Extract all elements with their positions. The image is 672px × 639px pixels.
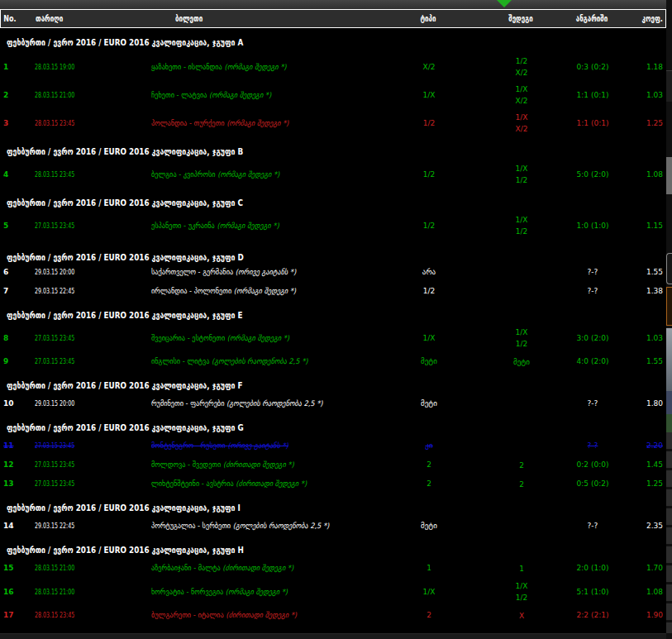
bet-type: (ორმაგი შედეგი *): [209, 91, 271, 99]
final-score: 0:3 (0:2): [568, 62, 617, 73]
bet-row: 228.03.15 21:00ჩეხეთი - ლატვია (ორმაგი შ…: [0, 81, 666, 109]
match-teams: ესპანეთი - უკრაინა: [151, 222, 215, 230]
section-title: ფეხბურთი / ევრო 2016 / EURO 2016 კვალიფი…: [7, 147, 587, 156]
result-line: 1: [475, 563, 568, 575]
bet-row: 1029.03.15 20:00რუმინეთი - ფარერები (გოლ…: [0, 394, 666, 413]
coefficient: 1.03: [617, 333, 666, 344]
tournament-section: ფეხბურთი / ევრო 2016 / EURO 2016 კვალიფი…: [0, 147, 666, 188]
bet-pick: 1/2: [383, 118, 475, 129]
tournament-section: ფეხბურთი / ევრო 2016 / EURO 2016 კვალიფი…: [0, 381, 666, 413]
final-score: 4:0 (2:0): [568, 356, 617, 367]
bet-row: 629.03.15 20:00საქართველო - გერმანია (ორ…: [0, 263, 666, 282]
match-teams: მონტენეგრო - რუსეთი: [151, 441, 226, 450]
row-number: 11: [0, 441, 35, 451]
match-result: 1/2X/2: [475, 55, 568, 79]
match-date: 28.03.15 23:45: [35, 169, 117, 180]
bet-row: 827.03.15 23:45შვეიცარია - ესტონეთი (ორმ…: [0, 324, 666, 352]
result-line: X/2: [475, 95, 568, 107]
match-date: 29.03.15 22:45: [35, 521, 117, 532]
bet-row: 128.03.15 19:00ყაზახეთი - ისლანდია (ორმა…: [0, 53, 666, 81]
result-line: 1/X: [475, 214, 568, 226]
top-bar: [0, 0, 666, 9]
bet-pick: 1/X: [383, 587, 475, 598]
row-number: 17: [0, 610, 35, 621]
ticket-cell: რუმინეთი - ფარერები (გოლების რაოდენობა 2…: [151, 398, 365, 409]
tournament-section: ფეხბურთი / ევრო 2016 / EURO 2016 კვალიფი…: [0, 503, 666, 536]
match-date: 28.03.15 19:00: [35, 62, 117, 73]
bottom-bar: [0, 633, 672, 639]
ticket-cell: შვეიცარია - ესტონეთი (ორმაგი შედეგი *): [151, 333, 365, 344]
result-line: 1/2: [475, 226, 568, 237]
coefficient: 1.90: [617, 610, 666, 621]
ticket-cell: ესპანეთი - უკრაინა (ორმაგი შედეგი *): [151, 221, 365, 231]
match-result: 2: [475, 460, 568, 471]
coefficient: 1.25: [617, 118, 666, 129]
bet-type: (ორმაგი შედეგი *): [217, 170, 279, 179]
bet-type: (ორივე გაიტანს *): [227, 441, 288, 450]
match-result: 1/X1/2: [475, 214, 568, 237]
section-title: ფეხბურთი / ევრო 2016 / EURO 2016 კვალიფი…: [7, 423, 587, 432]
coefficient: 1.55: [617, 356, 666, 367]
bet-row: 1628.03.15 21:00ხორვატია - ნორვეგია (ორმ…: [0, 578, 666, 606]
bet-type: (ორმაგი შედეგი *): [224, 63, 286, 71]
match-result: 1/X1/2: [475, 163, 568, 186]
bet-pick: 1/2: [383, 221, 475, 231]
ticket-cell: ყაზახეთი - ისლანდია (ორმაგი შედეგი *): [151, 62, 365, 73]
green-down-arrow-icon[interactable]: [497, 0, 512, 7]
tournament-section: ფეხბურთი / ევრო 2016 / EURO 2016 კვალიფი…: [0, 38, 666, 137]
ticket-cell: ინგლისი - ლიტვა (გოლების რაოდენობა 2,5 *…: [151, 356, 365, 367]
bet-type: (ძირითადი შედეგი *): [236, 479, 307, 488]
bet-pick: 2: [383, 610, 475, 621]
coefficient: 1.15: [617, 221, 666, 231]
bet-type: (ორმაგი შედეგი *): [234, 287, 296, 295]
bet-type: (ორმაგი შედეგი *): [227, 334, 289, 342]
edge-segment: [666, 157, 672, 194]
section-title: ფეხბურთი / ევრო 2016 / EURO 2016 კვალიფი…: [7, 546, 587, 555]
bet-pick: 1: [383, 563, 475, 574]
final-score: 5:1 (1:0): [568, 587, 617, 598]
match-teams: ირლანდია - პოლონეთი: [151, 287, 231, 295]
section-title: ფეხბურთი / ევრო 2016 / EURO 2016 კვალიფი…: [7, 381, 587, 390]
result-line: მეტი: [475, 356, 568, 368]
row-number: 12: [0, 460, 35, 470]
bet-type: (ძირითადი შედეგი *): [226, 611, 297, 619]
match-result: 1/X1/2: [475, 580, 568, 603]
result-line: 1/X: [475, 327, 568, 338]
match-date: 29.03.15 20:00: [35, 267, 117, 278]
ticket-cell: მოლდოვა - შვედეთი (ძირითადი შედეგი *): [151, 460, 365, 470]
edge-segment: [666, 414, 672, 432]
match-teams: პორტუგალია - სერბეთი: [151, 522, 231, 530]
result-line: 1/2: [475, 592, 568, 603]
coefficient: 1.45: [617, 460, 666, 470]
bet-row: 1728.03.15 23:45ბულგარეთი - იტალია (ძირი…: [0, 606, 666, 625]
match-teams: საქართველო - გერმანია: [151, 268, 233, 276]
bet-pick: მეტი: [383, 356, 475, 367]
row-number: 13: [0, 479, 35, 489]
column-header-date: თარიღი: [36, 14, 129, 23]
bet-pick: 1/2: [383, 169, 475, 180]
bet-pick: მეტი: [383, 521, 475, 532]
final-score: 1:1 (0:1): [568, 118, 617, 129]
match-teams: ყაზახეთი - ისლანდია: [151, 63, 222, 71]
result-line: 1/X: [475, 83, 568, 95]
final-score: ?-?: [568, 441, 617, 451]
match-result: 1: [475, 563, 568, 575]
match-teams: ხორვატია - ნორვეგია: [151, 588, 223, 596]
section-title: ფეხბურთი / ევრო 2016 / EURO 2016 კვალიფი…: [7, 38, 587, 47]
coefficient: 1.70: [617, 563, 666, 574]
row-number: 1: [0, 62, 35, 73]
coefficient: 2.20: [617, 441, 666, 451]
coefficient: 1.03: [617, 90, 666, 101]
bet-row: 1528.03.15 21:00აზერბაიჯანი - მალტა (ძირ…: [0, 559, 666, 578]
result-line: 2: [475, 479, 568, 490]
ticket-cell: ხორვატია - ნორვეგია (ორმაგი შედეგი *): [151, 587, 365, 598]
ticket-cell: ჰოლანდია - თურქეთი (ორმაგი შედეგი *): [151, 118, 365, 129]
final-score: 0:5 (0:2): [568, 479, 617, 489]
match-date: 28.03.15 21:00: [35, 563, 117, 574]
final-score: 1:0 (1:0): [568, 221, 617, 231]
coefficient: 1.08: [617, 587, 666, 598]
row-number: 2: [0, 90, 35, 101]
match-date: 27.03.15 23:45: [35, 333, 117, 344]
bet-pick: მეტი: [383, 398, 475, 409]
bet-row: 527.03.15 23:45ესპანეთი - უკრაინა (ორმაგ…: [0, 212, 666, 240]
